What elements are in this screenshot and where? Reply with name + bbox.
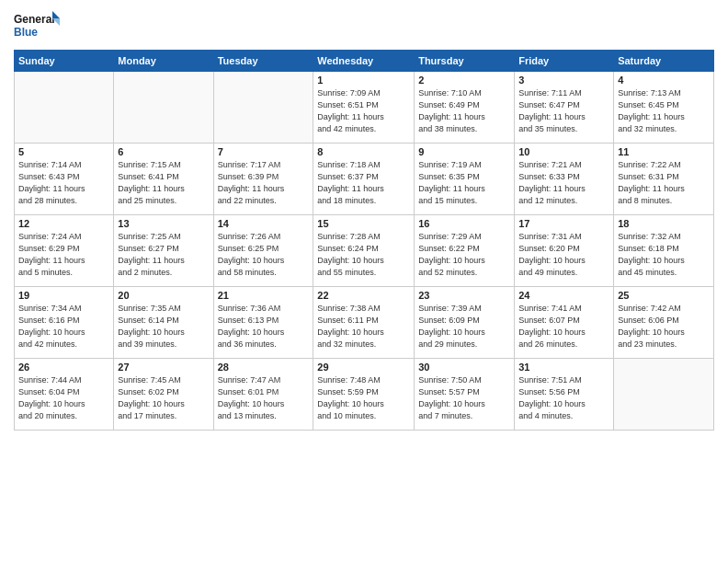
calendar-cell: 9Sunrise: 7:19 AM Sunset: 6:35 PM Daylig…: [415, 144, 515, 215]
calendar-cell: 31Sunrise: 7:51 AM Sunset: 5:56 PM Dayli…: [515, 359, 614, 431]
day-info: Sunrise: 7:48 AM Sunset: 5:59 PM Dayligh…: [317, 374, 410, 422]
calendar-header-row: SundayMondayTuesdayWednesdayThursdayFrid…: [15, 51, 714, 72]
calendar-cell: 25Sunrise: 7:42 AM Sunset: 6:06 PM Dayli…: [614, 287, 714, 359]
calendar-cell: 12Sunrise: 7:24 AM Sunset: 6:29 PM Dayli…: [15, 215, 114, 287]
day-info: Sunrise: 7:42 AM Sunset: 6:06 PM Dayligh…: [618, 303, 710, 350]
day-info: Sunrise: 7:44 AM Sunset: 6:04 PM Dayligh…: [18, 374, 109, 422]
calendar-cell: 15Sunrise: 7:28 AM Sunset: 6:24 PM Dayli…: [313, 215, 415, 287]
calendar-cell: 28Sunrise: 7:47 AM Sunset: 6:01 PM Dayli…: [213, 359, 313, 431]
calendar-cell: 6Sunrise: 7:15 AM Sunset: 6:41 PM Daylig…: [114, 144, 213, 215]
day-header-sunday: Sunday: [15, 51, 114, 72]
day-number: 12: [18, 218, 109, 229]
calendar-cell: 1Sunrise: 7:09 AM Sunset: 6:51 PM Daylig…: [313, 72, 415, 144]
day-header-friday: Friday: [515, 51, 614, 72]
calendar-week-3: 12Sunrise: 7:24 AM Sunset: 6:29 PM Dayli…: [15, 215, 714, 287]
day-number: 2: [418, 75, 510, 86]
calendar-week-4: 19Sunrise: 7:34 AM Sunset: 6:16 PM Dayli…: [15, 287, 714, 359]
day-number: 27: [118, 362, 209, 373]
day-number: 29: [317, 362, 410, 373]
day-header-saturday: Saturday: [614, 51, 714, 72]
calendar-cell: 14Sunrise: 7:26 AM Sunset: 6:25 PM Dayli…: [213, 215, 313, 287]
calendar-cell: 10Sunrise: 7:21 AM Sunset: 6:33 PM Dayli…: [515, 144, 614, 215]
calendar-cell: 20Sunrise: 7:35 AM Sunset: 6:14 PM Dayli…: [114, 287, 213, 359]
calendar-week-5: 26Sunrise: 7:44 AM Sunset: 6:04 PM Dayli…: [15, 359, 714, 431]
day-number: 7: [218, 146, 310, 157]
day-number: 1: [317, 75, 410, 86]
day-info: Sunrise: 7:28 AM Sunset: 6:24 PM Dayligh…: [317, 231, 410, 279]
day-info: Sunrise: 7:47 AM Sunset: 6:01 PM Dayligh…: [218, 374, 310, 422]
day-number: 5: [18, 146, 109, 157]
day-info: Sunrise: 7:18 AM Sunset: 6:37 PM Dayligh…: [317, 159, 410, 207]
calendar-cell: 2Sunrise: 7:10 AM Sunset: 6:49 PM Daylig…: [415, 72, 515, 144]
calendar-cell: [213, 72, 313, 144]
header: General Blue: [14, 9, 714, 44]
day-number: 10: [518, 146, 609, 157]
day-number: 26: [18, 362, 109, 373]
calendar-cell: 17Sunrise: 7:31 AM Sunset: 6:20 PM Dayli…: [515, 215, 614, 287]
day-info: Sunrise: 7:45 AM Sunset: 6:02 PM Dayligh…: [118, 374, 209, 422]
svg-text:Blue: Blue: [14, 26, 38, 39]
calendar-cell: [614, 359, 714, 431]
day-number: 9: [418, 146, 510, 157]
day-number: 4: [618, 75, 710, 86]
day-info: Sunrise: 7:25 AM Sunset: 6:27 PM Dayligh…: [118, 231, 209, 279]
calendar-cell: 26Sunrise: 7:44 AM Sunset: 6:04 PM Dayli…: [15, 359, 114, 431]
calendar-cell: 29Sunrise: 7:48 AM Sunset: 5:59 PM Dayli…: [313, 359, 415, 431]
calendar-cell: 7Sunrise: 7:17 AM Sunset: 6:39 PM Daylig…: [213, 144, 313, 215]
calendar-cell: 30Sunrise: 7:50 AM Sunset: 5:57 PM Dayli…: [415, 359, 515, 431]
day-info: Sunrise: 7:32 AM Sunset: 6:18 PM Dayligh…: [618, 231, 710, 279]
day-info: Sunrise: 7:34 AM Sunset: 6:16 PM Dayligh…: [18, 303, 109, 350]
calendar-cell: [114, 72, 213, 144]
calendar-cell: 3Sunrise: 7:11 AM Sunset: 6:47 PM Daylig…: [515, 72, 614, 144]
day-info: Sunrise: 7:38 AM Sunset: 6:11 PM Dayligh…: [317, 303, 410, 350]
day-number: 28: [218, 362, 310, 373]
day-info: Sunrise: 7:50 AM Sunset: 5:57 PM Dayligh…: [418, 374, 510, 422]
day-header-tuesday: Tuesday: [213, 51, 313, 72]
day-info: Sunrise: 7:09 AM Sunset: 6:51 PM Dayligh…: [317, 87, 410, 135]
day-info: Sunrise: 7:26 AM Sunset: 6:25 PM Dayligh…: [218, 231, 310, 279]
day-number: 25: [618, 290, 710, 301]
day-header-wednesday: Wednesday: [313, 51, 415, 72]
day-info: Sunrise: 7:17 AM Sunset: 6:39 PM Dayligh…: [218, 159, 310, 207]
day-info: Sunrise: 7:15 AM Sunset: 6:41 PM Dayligh…: [118, 159, 209, 207]
calendar-week-1: 1Sunrise: 7:09 AM Sunset: 6:51 PM Daylig…: [15, 72, 714, 144]
calendar-cell: 13Sunrise: 7:25 AM Sunset: 6:27 PM Dayli…: [114, 215, 213, 287]
day-info: Sunrise: 7:11 AM Sunset: 6:47 PM Dayligh…: [518, 87, 609, 135]
day-number: 22: [317, 290, 410, 301]
calendar: SundayMondayTuesdayWednesdayThursdayFrid…: [14, 50, 714, 431]
day-info: Sunrise: 7:22 AM Sunset: 6:31 PM Dayligh…: [618, 159, 710, 207]
day-number: 21: [218, 290, 310, 301]
day-number: 31: [518, 362, 609, 373]
calendar-cell: 5Sunrise: 7:14 AM Sunset: 6:43 PM Daylig…: [15, 144, 114, 215]
calendar-cell: 4Sunrise: 7:13 AM Sunset: 6:45 PM Daylig…: [614, 72, 714, 144]
day-info: Sunrise: 7:13 AM Sunset: 6:45 PM Dayligh…: [618, 87, 710, 135]
day-number: 14: [218, 218, 310, 229]
day-number: 6: [118, 146, 209, 157]
day-info: Sunrise: 7:36 AM Sunset: 6:13 PM Dayligh…: [218, 303, 310, 350]
svg-text:General: General: [14, 13, 55, 26]
day-info: Sunrise: 7:21 AM Sunset: 6:33 PM Dayligh…: [518, 159, 609, 207]
day-number: 19: [18, 290, 109, 301]
day-number: 24: [518, 290, 609, 301]
calendar-cell: 8Sunrise: 7:18 AM Sunset: 6:37 PM Daylig…: [313, 144, 415, 215]
logo-svg: General Blue: [14, 9, 60, 44]
day-number: 11: [618, 146, 710, 157]
day-info: Sunrise: 7:24 AM Sunset: 6:29 PM Dayligh…: [18, 231, 109, 279]
calendar-cell: 16Sunrise: 7:29 AM Sunset: 6:22 PM Dayli…: [415, 215, 515, 287]
day-number: 20: [118, 290, 209, 301]
page: General Blue SundayMondayTuesdayWednesda…: [0, 0, 728, 563]
day-info: Sunrise: 7:19 AM Sunset: 6:35 PM Dayligh…: [418, 159, 510, 207]
logo: General Blue: [14, 9, 60, 44]
day-header-monday: Monday: [114, 51, 213, 72]
calendar-cell: 11Sunrise: 7:22 AM Sunset: 6:31 PM Dayli…: [614, 144, 714, 215]
day-info: Sunrise: 7:29 AM Sunset: 6:22 PM Dayligh…: [418, 231, 510, 279]
calendar-cell: 27Sunrise: 7:45 AM Sunset: 6:02 PM Dayli…: [114, 359, 213, 431]
day-info: Sunrise: 7:41 AM Sunset: 6:07 PM Dayligh…: [518, 303, 609, 350]
calendar-cell: [15, 72, 114, 144]
calendar-cell: 19Sunrise: 7:34 AM Sunset: 6:16 PM Dayli…: [15, 287, 114, 359]
day-number: 8: [317, 146, 410, 157]
day-number: 18: [618, 218, 710, 229]
day-header-thursday: Thursday: [415, 51, 515, 72]
calendar-cell: 18Sunrise: 7:32 AM Sunset: 6:18 PM Dayli…: [614, 215, 714, 287]
calendar-week-2: 5Sunrise: 7:14 AM Sunset: 6:43 PM Daylig…: [15, 144, 714, 215]
